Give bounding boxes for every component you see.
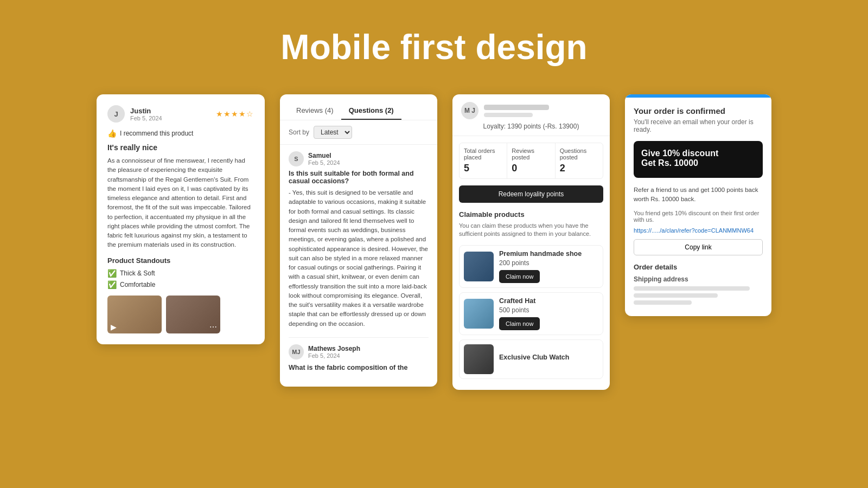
qa-card: Reviews (4) Questions (2) Sort by Latest… xyxy=(280,94,437,387)
reviewer-info: J Justin Feb 5, 2024 xyxy=(107,105,162,123)
qa-username-0: Samuel xyxy=(308,152,340,159)
loyalty-stat-reviews-value: 0 xyxy=(512,163,550,174)
claimable-img-shoe xyxy=(464,252,494,281)
claimable-img-hat xyxy=(464,299,494,329)
claim-button-0[interactable]: Claim now xyxy=(499,270,540,283)
recommend-text: I recommend this product xyxy=(120,130,193,137)
order-card: Your order is confirmed You'll receive a… xyxy=(625,94,771,316)
reviewer-avatar: J xyxy=(107,105,125,123)
qa-item-0: S Samuel Feb 5, 2024 Is this suit suitab… xyxy=(289,151,429,329)
loyalty-points: Loyalty: 1390 points (-Rs. 13900) xyxy=(461,123,601,130)
standout-item-0: ✅ Thick & Soft xyxy=(107,269,254,278)
qa-date-0: Feb 5, 2024 xyxy=(308,159,340,166)
claimable-item-1: Crafted Hat 500 points Claim now xyxy=(459,292,603,335)
sort-label: Sort by xyxy=(289,129,309,136)
sort-row: Sort by Latest xyxy=(280,120,437,145)
review-images: ▶ ⋯ xyxy=(107,296,254,333)
tab-questions[interactable]: Questions (2) xyxy=(341,102,401,120)
qa-question-0: Is this suit suitable for both formal an… xyxy=(289,170,429,185)
loyalty-name-bar xyxy=(484,105,549,110)
loyalty-header: M J Loyalty: 1390 points (-Rs. 13900) xyxy=(452,94,610,136)
shipping-bar-1 xyxy=(634,286,750,291)
order-body: Your order is confirmed You'll receive a… xyxy=(625,98,771,316)
loyalty-stat-reviews-label: Reviews posted xyxy=(512,147,550,160)
loyalty-body: Redeem loyality points Claimable product… xyxy=(452,179,610,390)
qa-item-1: MJ Mathews Joseph Feb 5, 2024 What is th… xyxy=(289,344,429,371)
qa-footer-user: MJ Mathews Joseph Feb 5, 2024 xyxy=(289,344,429,359)
claimable-info-0: Premium handmade shoe 200 points Claim n… xyxy=(499,250,598,283)
loyalty-stats: Total orders placed 5 Reviews posted 0 Q… xyxy=(459,143,603,179)
shipping-bar-3 xyxy=(634,300,692,305)
claimable-desc: You can claim these products when you ha… xyxy=(459,222,603,239)
reviewer-details: Justin Feb 5, 2024 xyxy=(130,107,162,121)
qa-user-info-0: Samuel Feb 5, 2024 xyxy=(308,152,340,166)
qa-username-1: Mathews Joseph xyxy=(308,345,360,352)
order-confirmed-sub: You'll receive an email when your order … xyxy=(634,118,763,133)
loyalty-stat-orders-label: Total orders placed xyxy=(464,147,502,160)
loyalty-stat-questions-label: Questions posted xyxy=(560,147,598,160)
order-confirmed-title: Your order is confirmed xyxy=(634,106,763,115)
qa-avatar-0: S xyxy=(289,151,304,166)
claimable-name-1: Crafted Hat xyxy=(499,297,598,305)
order-details-title: Order details xyxy=(634,263,763,271)
qa-user-info-1: Mathews Joseph Feb 5, 2024 xyxy=(308,345,360,359)
shipping-bar-2 xyxy=(634,293,718,298)
referral-desc: Refer a friend to us and get 1000 points… xyxy=(634,185,763,204)
qa-user-row-0: S Samuel Feb 5, 2024 xyxy=(289,151,429,166)
tab-reviews[interactable]: Reviews (4) xyxy=(289,102,341,120)
referral-link-text: https://...../a/clan/refer?code=CLANMMNW… xyxy=(634,227,763,234)
reviewer-date: Feb 5, 2024 xyxy=(130,115,162,121)
qa-avatar-1: MJ xyxy=(289,344,304,359)
referral-link-row: https://...../a/clan/refer?code=CLANMMNW… xyxy=(634,227,763,234)
loyalty-stat-questions: Questions posted 2 xyxy=(556,143,603,178)
loyalty-stat-orders: Total orders placed 5 xyxy=(459,143,507,178)
claimable-item-2: Exclusive Club Watch xyxy=(459,339,603,379)
recommend-line: 👍 I recommend this product xyxy=(107,129,254,138)
loyalty-username-block xyxy=(484,105,601,117)
review-title: It's really nice xyxy=(107,143,254,152)
redeem-button[interactable]: Redeem loyality points xyxy=(459,185,603,203)
standout-item-1: ✅ Comfortable xyxy=(107,280,254,289)
shipping-address-title: Shipping address xyxy=(634,275,763,283)
more-icon: ⋯ xyxy=(209,323,217,331)
claimable-name-2: Exclusive Club Watch xyxy=(499,354,598,361)
reviewer-header: J Justin Feb 5, 2024 ★★★★☆ xyxy=(107,105,254,123)
play-icon: ▶ xyxy=(111,323,117,331)
review-image-1: ⋯ xyxy=(166,296,220,333)
loyalty-stat-reviews: Reviews posted 0 xyxy=(507,143,555,178)
loyalty-stat-orders-value: 5 xyxy=(464,163,502,174)
qa-question-1: What is the fabric composition of the xyxy=(289,364,429,371)
check-icon-1: ✅ xyxy=(107,280,117,289)
referral-banner-title: Give 10% discountGet Rs. 10000 xyxy=(641,149,755,168)
claimable-info-2: Exclusive Club Watch xyxy=(499,354,598,364)
thumbs-up-icon: 👍 xyxy=(107,129,117,138)
reviewer-name: Justin xyxy=(130,107,162,115)
claim-button-1[interactable]: Claim now xyxy=(499,317,540,330)
star-rating: ★★★★☆ xyxy=(216,110,254,118)
review-image-0: ▶ xyxy=(107,296,162,333)
review-card: J Justin Feb 5, 2024 ★★★★☆ 👍 I recommend… xyxy=(97,94,265,344)
standout-text-0: Thick & Soft xyxy=(120,269,155,277)
qa-divider xyxy=(289,337,429,338)
referral-sub: You friend gets 10% discount on their fi… xyxy=(634,210,763,223)
claimable-points-0: 200 points xyxy=(499,259,598,267)
loyalty-stat-questions-value: 2 xyxy=(560,163,598,174)
loyalty-email-bar xyxy=(484,113,533,117)
standout-text-1: Comfortable xyxy=(120,281,155,288)
loyalty-avatar: M J xyxy=(461,102,478,119)
claimable-points-1: 500 points xyxy=(499,306,598,314)
product-standouts-title: Product Standouts xyxy=(107,256,254,265)
qa-body: S Samuel Feb 5, 2024 Is this suit suitab… xyxy=(280,145,437,387)
check-icon-0: ✅ xyxy=(107,269,117,278)
page-title: Mobile first design xyxy=(0,0,868,84)
review-body: As a connoisseur of fine menswear, I rec… xyxy=(107,156,254,250)
claimable-info-1: Crafted Hat 500 points Claim now xyxy=(499,297,598,330)
claimable-name-0: Premium handmade shoe xyxy=(499,250,598,258)
qa-tabs: Reviews (4) Questions (2) xyxy=(280,94,437,120)
copy-link-button[interactable]: Copy link xyxy=(634,239,763,255)
cards-container: J Justin Feb 5, 2024 ★★★★☆ 👍 I recommend… xyxy=(0,84,868,401)
loyalty-card: M J Loyalty: 1390 points (-Rs. 13900) To… xyxy=(452,94,610,390)
claimable-title: Claimable products xyxy=(459,210,603,219)
sort-select[interactable]: Latest xyxy=(314,126,352,139)
claimable-img-watch xyxy=(464,344,494,374)
